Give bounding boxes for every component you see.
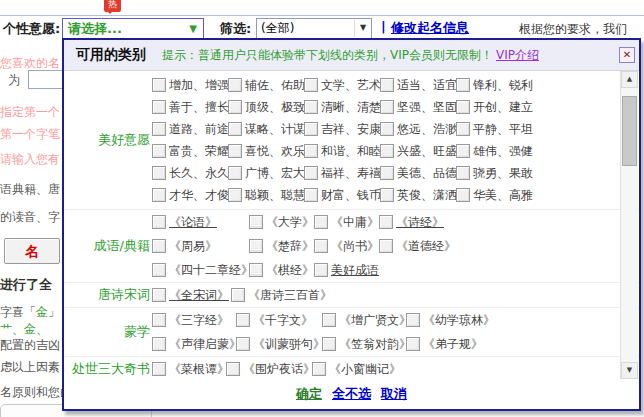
category-item[interactable]: 兴盛、旺盛 [380, 143, 456, 160]
checkbox[interactable] [304, 166, 318, 180]
checkbox[interactable] [236, 337, 250, 351]
category-item[interactable]: 善于、擅长 [152, 99, 228, 116]
checkbox[interactable] [379, 215, 393, 229]
category-item[interactable]: 《周易》 [152, 238, 249, 255]
checkbox[interactable] [236, 313, 250, 327]
checkbox[interactable] [152, 144, 166, 158]
checkbox[interactable] [314, 263, 328, 277]
checkbox[interactable] [379, 239, 393, 253]
checkbox[interactable] [226, 362, 240, 376]
checkbox[interactable] [152, 215, 166, 229]
checkbox[interactable] [314, 215, 328, 229]
category-item[interactable]: 坚强、坚固 [380, 99, 456, 116]
category-item[interactable]: 《小窗幽记》 [312, 361, 401, 378]
category-item[interactable]: 《中庸》 [314, 214, 379, 231]
scroll-up-icon[interactable]: ▲ [621, 71, 638, 88]
checkbox[interactable] [312, 362, 326, 376]
category-item[interactable]: 《唐诗三百首》 [231, 287, 332, 304]
checkbox[interactable] [152, 166, 166, 180]
checkbox[interactable] [249, 263, 263, 277]
category-item[interactable]: 道路、前途 [152, 121, 228, 138]
checkbox[interactable] [380, 122, 394, 136]
category-item[interactable]: 雄伟、强健 [456, 143, 532, 160]
category-item[interactable]: 适当、适宜 [380, 77, 456, 94]
checkbox[interactable] [406, 313, 420, 327]
checkbox[interactable] [228, 78, 242, 92]
confirm-button[interactable]: 确定 [296, 385, 322, 403]
category-item[interactable]: 《声律启蒙》 [152, 336, 236, 353]
category-item[interactable]: 广博、宏大 [228, 165, 304, 182]
category-item[interactable]: 美德、品德 [380, 165, 456, 182]
category-item[interactable]: 《大学》 [249, 214, 314, 231]
checkbox[interactable] [152, 337, 166, 351]
category-item[interactable]: 《三字经》 [152, 312, 236, 329]
category-item[interactable]: 增加、增强 [152, 77, 228, 94]
checkbox[interactable] [304, 144, 318, 158]
checkbox[interactable] [406, 337, 420, 351]
checkbox[interactable] [228, 144, 242, 158]
category-item[interactable]: 《道德经》 [379, 238, 456, 255]
category-item[interactable]: 美好成语 [314, 262, 379, 279]
checkbox[interactable] [152, 263, 166, 277]
checkbox[interactable] [152, 239, 166, 253]
checkbox[interactable] [456, 78, 470, 92]
checkbox[interactable] [228, 166, 242, 180]
category-item[interactable]: 喜悦、欢乐 [228, 143, 304, 160]
background-name-button[interactable]: 名 [4, 238, 60, 264]
category-item[interactable]: 福祥、寿禧 [304, 165, 380, 182]
category-item[interactable]: 悠远、浩渺 [380, 121, 456, 138]
cancel-button[interactable]: 取消 [381, 385, 407, 403]
checkbox[interactable] [456, 144, 470, 158]
checkbox[interactable] [322, 313, 336, 327]
category-item[interactable]: 顶级、极致 [228, 99, 304, 116]
checkbox[interactable] [249, 239, 263, 253]
checkbox[interactable] [380, 144, 394, 158]
category-item[interactable]: 《笠翁对韵》 [322, 336, 406, 353]
category-item[interactable]: 《全宋词》 [152, 287, 231, 304]
checkbox[interactable] [380, 188, 394, 202]
category-item[interactable]: 辅佐、佑助 [228, 77, 304, 94]
checkbox[interactable] [456, 166, 470, 180]
category-item[interactable]: 《围炉夜话》 [226, 361, 312, 378]
category-item[interactable]: 《训蒙骈句》 [236, 336, 322, 353]
category-item[interactable]: 《弟子规》 [406, 336, 483, 353]
vip-intro-link[interactable]: VIP介绍 [496, 47, 539, 64]
checkbox[interactable] [304, 78, 318, 92]
category-item[interactable]: 锋利、锐利 [456, 77, 532, 94]
category-item[interactable]: 《楚辞》 [249, 238, 314, 255]
category-item[interactable]: 长久、永久 [152, 165, 228, 182]
checkbox[interactable] [152, 313, 166, 327]
checkbox[interactable] [322, 337, 336, 351]
category-item[interactable]: 和谐、和睦 [304, 143, 380, 160]
checkbox[interactable] [228, 100, 242, 114]
checkbox[interactable] [231, 288, 245, 302]
checkbox[interactable] [228, 188, 242, 202]
checkbox[interactable] [152, 362, 166, 376]
checkbox[interactable] [152, 188, 166, 202]
checkbox[interactable] [152, 100, 166, 114]
category-item[interactable]: 《棋经》 [249, 262, 314, 279]
category-item[interactable]: 财富、钱币 [304, 187, 380, 204]
checkbox[interactable] [380, 100, 394, 114]
category-item[interactable]: 开创、建立 [456, 99, 532, 116]
category-item[interactable]: 《四十二章经》 [152, 262, 249, 279]
deselect-all-button[interactable]: 全不选 [332, 385, 371, 403]
checkbox[interactable] [456, 188, 470, 202]
category-item[interactable]: 平静、平坦 [456, 121, 532, 138]
category-item[interactable]: 《菜根谭》 [152, 361, 226, 378]
category-item[interactable]: 《论语》 [152, 214, 249, 231]
category-item[interactable]: 谋略、计谋 [228, 121, 304, 138]
close-icon[interactable]: ✕ [619, 47, 635, 63]
category-item[interactable]: 才华、才俊 [152, 187, 228, 204]
scroll-down-icon[interactable]: ▼ [621, 362, 638, 379]
checkbox[interactable] [304, 100, 318, 114]
checkbox[interactable] [228, 122, 242, 136]
modify-naming-info-link[interactable]: 修改起名信息 [391, 19, 469, 37]
checkbox[interactable] [380, 166, 394, 180]
checkbox[interactable] [380, 78, 394, 92]
category-item[interactable]: 富贵、荣耀 [152, 143, 228, 160]
category-item[interactable]: 文学、艺术 [304, 77, 380, 94]
checkbox[interactable] [314, 239, 328, 253]
scrollbar[interactable]: ▲ ▼ [620, 71, 638, 379]
checkbox[interactable] [456, 100, 470, 114]
